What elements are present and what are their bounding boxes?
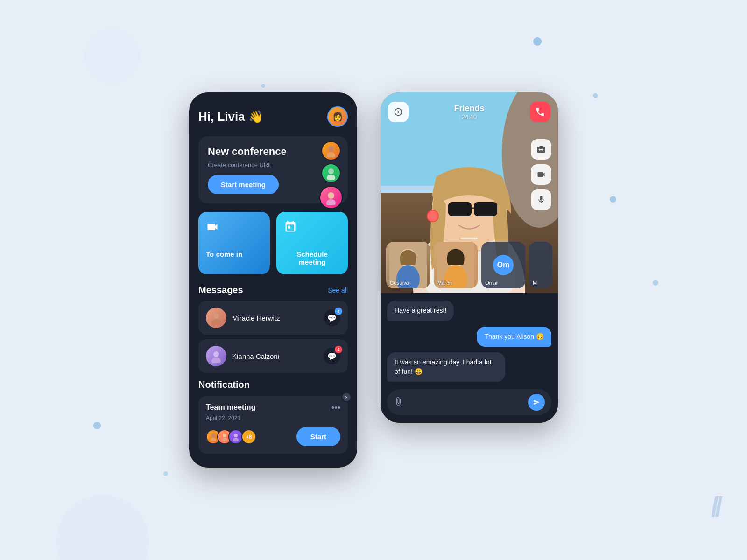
messages-title: Messages xyxy=(198,285,243,295)
msg-icon-wrap-2: 💬 2 xyxy=(324,348,340,364)
notif-card-header: Team meeting ••• xyxy=(206,403,340,413)
svg-point-13 xyxy=(222,438,227,441)
participant-name-2: Maren xyxy=(437,280,452,286)
participant-card-2[interactable]: Maren xyxy=(434,242,478,288)
notif-card-date: April 22, 2021 xyxy=(206,415,340,421)
svg-point-9 xyxy=(211,357,221,363)
svg-point-6 xyxy=(213,313,219,319)
phones-container: Hi, Livia 👋 👩 New conference Create conf… xyxy=(189,92,558,468)
schedule-meeting-button[interactable]: Schedule meeting xyxy=(276,212,348,274)
call-header: Friends 24:10 xyxy=(381,92,558,129)
notif-avatars: +8 xyxy=(206,429,256,444)
msg-name-1: Miracle Herwitz xyxy=(232,314,318,322)
greeting-text: Hi, Livia 👋 xyxy=(198,110,263,124)
start-meeting-button[interactable]: Start meeting xyxy=(208,175,279,194)
schedule-meeting-label: Schedule meeting xyxy=(284,250,340,266)
notif-start-button[interactable]: Start xyxy=(296,427,340,446)
svg-point-5 xyxy=(326,199,336,205)
call-info: Friends 24:10 xyxy=(454,104,484,120)
msg-name-2: Kianna Calzoni xyxy=(232,352,318,360)
notif-extra-count: +8 xyxy=(241,429,256,444)
msg-badge-2: 2 xyxy=(335,346,342,353)
floating-avatars xyxy=(319,141,341,209)
svg-point-2 xyxy=(328,168,334,174)
message-item-2[interactable]: Kianna Calzoni 💬 2 xyxy=(198,339,348,373)
participant-card-1[interactable]: Gustavo xyxy=(386,242,430,288)
video-call-area: Friends 24:10 xyxy=(381,92,558,293)
svg-point-7 xyxy=(211,319,221,325)
notification-title: Notification xyxy=(198,379,250,390)
participant-name-4: M xyxy=(533,280,537,286)
msg-avatar-1 xyxy=(206,308,226,328)
conference-subtitle: Create conference URL xyxy=(208,161,338,168)
svg-point-4 xyxy=(328,192,334,199)
float-avatar-2 xyxy=(321,163,341,183)
participant-name-1: Gustavo xyxy=(390,280,409,286)
notif-close-button[interactable]: × xyxy=(341,392,352,402)
svg-point-3 xyxy=(327,175,335,180)
call-timer: 24:10 xyxy=(454,113,484,120)
svg-point-10 xyxy=(211,434,215,437)
svg-point-8 xyxy=(213,351,219,357)
msg-icon-wrap-1: 💬 4 xyxy=(324,309,340,326)
notification-header: Notification xyxy=(198,379,348,390)
participant-card-4[interactable]: M xyxy=(529,242,552,288)
attach-button[interactable] xyxy=(394,397,403,408)
notif-more-button[interactable]: ••• xyxy=(331,403,340,413)
chat-message-2: Thank you Alison 😊 xyxy=(477,327,551,347)
calendar-icon xyxy=(284,220,297,236)
see-all-link[interactable]: See all xyxy=(328,287,348,294)
notif-card-title: Team meeting xyxy=(206,403,255,412)
msg-avatar-2 xyxy=(206,346,226,366)
svg-point-25 xyxy=(427,210,438,222)
chat-input-row xyxy=(387,389,551,415)
chat-area: Have a great rest! Thank you Alison 😊 It… xyxy=(381,293,558,423)
svg-point-14 xyxy=(234,434,238,437)
left-phone: Hi, Livia 👋 👩 New conference Create conf… xyxy=(189,92,357,468)
chat-message-3: It was an amazing day. I had a lot of fu… xyxy=(387,352,505,382)
message-item-1[interactable]: Miracle Herwitz 💬 4 xyxy=(198,301,348,335)
video-toggle-button[interactable] xyxy=(531,164,551,185)
phone-left-header: Hi, Livia 👋 👩 xyxy=(198,106,348,127)
svg-point-0 xyxy=(328,146,334,152)
participant-avatar-om: Om xyxy=(493,255,514,275)
svg-point-12 xyxy=(223,434,226,437)
send-button[interactable] xyxy=(528,394,545,411)
right-phone: Friends 24:10 xyxy=(381,92,558,423)
conference-title: New conference xyxy=(208,146,338,158)
to-come-in-button[interactable]: To come in xyxy=(198,212,270,274)
svg-point-1 xyxy=(327,152,335,157)
svg-point-11 xyxy=(211,438,216,441)
quick-actions: To come in Schedule meeting xyxy=(198,212,348,274)
call-side-controls xyxy=(531,139,551,210)
msg-badge-1: 4 xyxy=(335,308,342,315)
user-avatar[interactable]: 👩 xyxy=(327,106,348,127)
call-end-button[interactable] xyxy=(530,102,550,122)
participants-strip: Gustavo Maren Om Omar M xyxy=(381,237,558,293)
messages-header: Messages See all xyxy=(198,285,348,295)
notification-card: × Team meeting ••• April 22, 2021 xyxy=(198,396,348,454)
float-avatar-3 xyxy=(319,186,343,209)
decoration-slash: // xyxy=(711,490,719,523)
participant-name-3: Omar xyxy=(485,280,498,286)
video-icon xyxy=(206,220,219,236)
conference-card: New conference Create conference URL Sta… xyxy=(198,136,348,203)
mic-toggle-button[interactable] xyxy=(531,189,551,210)
chat-input-field[interactable] xyxy=(408,399,523,406)
svg-rect-23 xyxy=(474,202,497,216)
chat-message-1: Have a great rest! xyxy=(387,301,454,321)
notif-card-footer: +8 Start xyxy=(206,427,340,446)
to-come-in-label: To come in xyxy=(206,250,242,258)
float-avatar-1 xyxy=(321,141,341,161)
flip-camera-button[interactable] xyxy=(531,139,551,160)
call-name: Friends xyxy=(454,104,484,113)
svg-rect-22 xyxy=(448,202,472,216)
svg-point-15 xyxy=(233,438,239,441)
call-back-button[interactable] xyxy=(388,102,409,122)
participant-card-3[interactable]: Om Omar xyxy=(481,242,525,288)
